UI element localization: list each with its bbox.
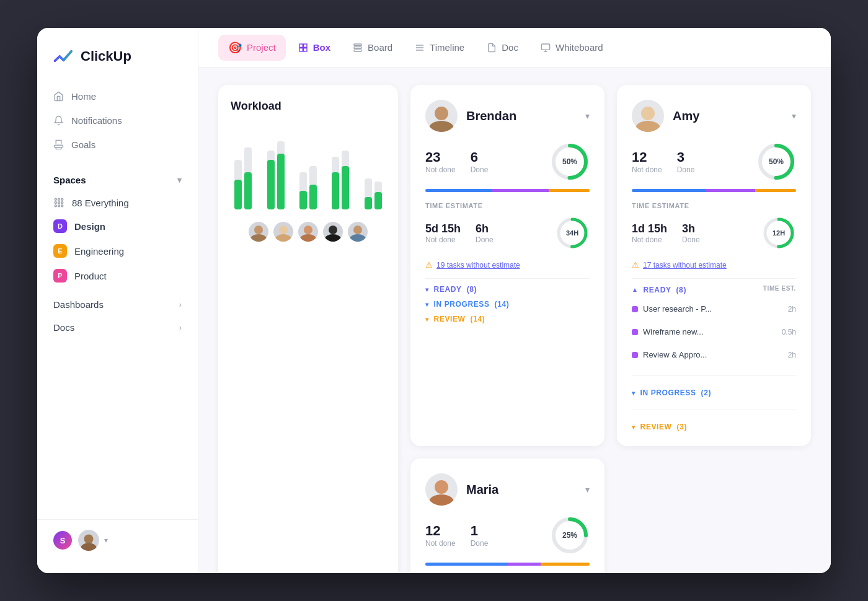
amy-name: Amy xyxy=(673,109,783,123)
amy-ready-count: (8) xyxy=(676,286,686,294)
sidebar-item-dashboards[interactable]: Dashboards › xyxy=(45,293,190,316)
brendan-prog-purple xyxy=(491,189,549,192)
brendan-time-total: 34H xyxy=(566,229,578,237)
nav-items: Home Notifications Goals xyxy=(37,85,198,156)
tab-box[interactable]: Box xyxy=(288,36,340,59)
brendan-not-done: 23 Not done xyxy=(425,149,456,174)
brendan-time-done-val: 6h xyxy=(476,222,494,235)
brendan-warning-link[interactable]: 19 tasks without estimate xyxy=(436,261,520,270)
goals-label: Goals xyxy=(71,139,95,150)
amy-inprogress-chevron-icon: ▾ xyxy=(632,390,636,397)
sidebar-item-engineering[interactable]: E Engineering xyxy=(45,239,190,263)
sidebar-item-notifications[interactable]: Notifications xyxy=(45,109,190,132)
svg-rect-15 xyxy=(303,48,306,51)
brendan-done: 6 Done xyxy=(471,149,489,174)
tab-project[interactable]: 🎯 Project xyxy=(218,35,286,61)
svg-point-3 xyxy=(61,198,63,200)
sidebar-item-home[interactable]: Home xyxy=(45,85,190,108)
sidebar-item-everything[interactable]: 88 Everything xyxy=(45,191,190,214)
docs-label: Docs xyxy=(53,322,74,333)
maria-card: Maria ▾ 12 Not done 1 Done xyxy=(410,458,604,573)
amy-review-count: (3) xyxy=(677,423,687,431)
brendan-done-number: 6 xyxy=(471,149,489,165)
svg-point-47 xyxy=(435,480,448,494)
amy-ready-label: READY xyxy=(644,286,671,294)
amy-time-not-done-label: Not done xyxy=(632,235,667,244)
svg-point-4 xyxy=(55,202,56,204)
maria-prog-purple xyxy=(508,563,541,566)
everything-label: 88 Everything xyxy=(72,198,129,208)
sidebar-item-docs[interactable]: Docs › xyxy=(45,316,190,339)
brendan-status-ready[interactable]: ▾ READY (8) xyxy=(425,285,590,294)
amy-divider-3 xyxy=(632,410,796,410)
spaces-title: Spaces xyxy=(53,175,86,185)
tab-box-label: Box xyxy=(313,42,330,53)
amy-status-ready[interactable]: ▲ READY (8) xyxy=(632,286,686,294)
doc-tab-icon xyxy=(487,43,497,53)
workload-avatar-2 xyxy=(273,222,293,242)
bar-fill-5b xyxy=(374,192,382,209)
tab-board-label: Board xyxy=(368,42,392,53)
home-label: Home xyxy=(71,91,96,102)
brendan-status-review[interactable]: ▾ REVIEW (14) xyxy=(425,315,590,323)
amy-ready-chevron-icon: ▲ xyxy=(632,286,639,293)
task-dot-3 xyxy=(632,352,638,358)
tab-doc[interactable]: Doc xyxy=(477,36,528,59)
amy-time-label: TIME ESTIMATE xyxy=(632,202,796,209)
dashboards-chevron-icon: › xyxy=(179,300,182,309)
user-dropdown-icon[interactable]: ▾ xyxy=(104,536,108,545)
sidebar-item-product[interactable]: P Product xyxy=(45,263,190,288)
amy-prog-purple xyxy=(706,189,755,192)
amy-time-est-header: TIME EST. xyxy=(763,285,796,292)
tab-timeline[interactable]: Timeline xyxy=(405,36,474,59)
design-badge: D xyxy=(53,219,67,233)
brendan-dropdown-icon[interactable]: ▾ xyxy=(585,111,590,121)
amy-status-review[interactable]: ▾ REVIEW (3) xyxy=(632,423,796,431)
svg-point-2 xyxy=(58,198,60,200)
maria-dropdown-icon[interactable]: ▾ xyxy=(585,485,590,494)
amy-ready-header: ▲ READY (8) TIME EST. xyxy=(632,285,796,294)
user-avatar-s[interactable]: S xyxy=(52,530,73,551)
svg-rect-13 xyxy=(303,44,306,47)
amy-not-done: 12 Not done xyxy=(632,149,662,174)
user-avatar-photo[interactable] xyxy=(78,530,99,551)
brendan-avatar xyxy=(425,100,458,132)
svg-point-11 xyxy=(81,543,97,551)
brendan-time-label: TIME ESTIMATE xyxy=(425,202,590,209)
svg-point-35 xyxy=(435,107,448,120)
brendan-inprogress-count: (14) xyxy=(495,300,510,309)
amy-statuses: ▲ READY (8) TIME EST. User research - P.… xyxy=(632,285,796,431)
amy-dropdown-icon[interactable]: ▾ xyxy=(792,111,796,121)
bar-bg-3b xyxy=(309,166,317,209)
user-photo-icon xyxy=(78,530,99,551)
amy-status-inprogress[interactable]: ▾ IN PROGRESS (2) xyxy=(632,388,796,397)
amy-warning-link[interactable]: 17 tasks without estimate xyxy=(643,261,727,270)
svg-point-31 xyxy=(329,226,337,234)
brendan-status-inprogress[interactable]: ▾ IN PROGRESS (14) xyxy=(425,300,590,309)
bar-bg-4a xyxy=(332,157,339,209)
brendan-ready-label: READY xyxy=(434,285,462,294)
tab-whiteboard[interactable]: Whiteboard xyxy=(531,36,613,59)
tab-timeline-label: Timeline xyxy=(430,42,464,53)
cards-area: Workload xyxy=(198,68,831,573)
svg-point-7 xyxy=(55,205,56,207)
tab-board[interactable]: Board xyxy=(343,36,402,59)
brendan-percent: 50% xyxy=(562,157,577,166)
svg-point-10 xyxy=(84,534,94,543)
brendan-divider xyxy=(425,278,590,279)
workload-avatar-5 xyxy=(348,222,368,242)
brendan-not-done-label: Not done xyxy=(425,165,456,174)
brendan-done-label: Done xyxy=(471,165,489,174)
amy-time-done-val: 3h xyxy=(682,222,700,235)
maria-percent: 25% xyxy=(562,531,577,540)
bar-col-3 xyxy=(296,141,321,209)
product-label: Product xyxy=(74,271,107,281)
amy-divider-2 xyxy=(632,375,796,376)
workload-avatar-1 xyxy=(249,222,268,242)
spaces-header[interactable]: Spaces ▾ xyxy=(45,171,190,191)
task-time-1: 2h xyxy=(788,305,796,314)
brendan-name: Brendan xyxy=(466,109,577,123)
sidebar-item-design[interactable]: D Design xyxy=(45,214,190,239)
sidebar-item-goals[interactable]: Goals xyxy=(45,133,190,156)
maria-not-done-label: Not done xyxy=(425,539,456,548)
